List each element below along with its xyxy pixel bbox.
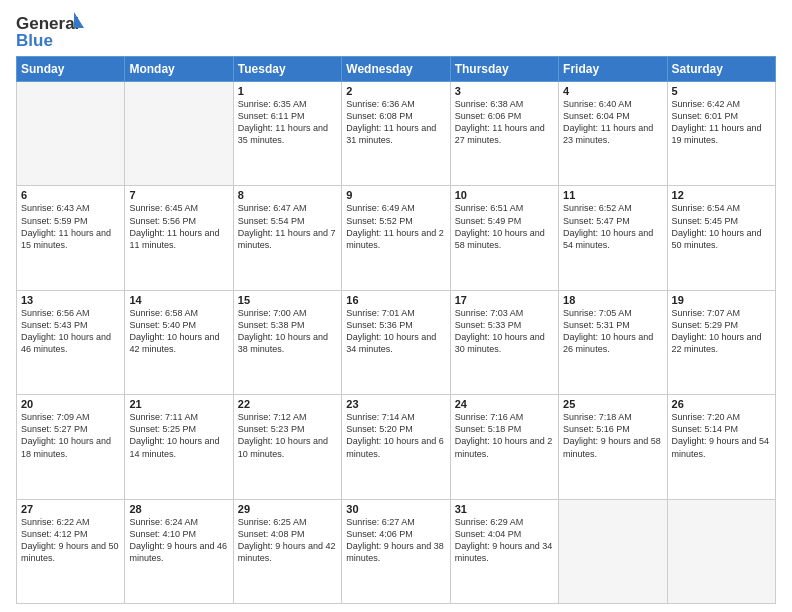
day-info: Sunrise: 6:58 AM Sunset: 5:40 PM Dayligh… [129, 307, 228, 356]
svg-text:Blue: Blue [16, 31, 53, 50]
cal-cell: 4Sunrise: 6:40 AM Sunset: 6:04 PM Daylig… [559, 82, 667, 186]
day-number: 2 [346, 85, 445, 97]
cal-cell: 18Sunrise: 7:05 AM Sunset: 5:31 PM Dayli… [559, 290, 667, 394]
day-info: Sunrise: 6:38 AM Sunset: 6:06 PM Dayligh… [455, 98, 554, 147]
cal-cell: 11Sunrise: 6:52 AM Sunset: 5:47 PM Dayli… [559, 186, 667, 290]
day-info: Sunrise: 6:56 AM Sunset: 5:43 PM Dayligh… [21, 307, 120, 356]
week-row-2: 6Sunrise: 6:43 AM Sunset: 5:59 PM Daylig… [17, 186, 776, 290]
day-number: 5 [672, 85, 771, 97]
cal-cell: 6Sunrise: 6:43 AM Sunset: 5:59 PM Daylig… [17, 186, 125, 290]
cal-cell: 10Sunrise: 6:51 AM Sunset: 5:49 PM Dayli… [450, 186, 558, 290]
day-info: Sunrise: 7:03 AM Sunset: 5:33 PM Dayligh… [455, 307, 554, 356]
day-number: 20 [21, 398, 120, 410]
day-number: 14 [129, 294, 228, 306]
cal-cell: 25Sunrise: 7:18 AM Sunset: 5:16 PM Dayli… [559, 395, 667, 499]
day-info: Sunrise: 6:29 AM Sunset: 4:04 PM Dayligh… [455, 516, 554, 565]
cal-cell: 7Sunrise: 6:45 AM Sunset: 5:56 PM Daylig… [125, 186, 233, 290]
day-number: 24 [455, 398, 554, 410]
cal-cell: 19Sunrise: 7:07 AM Sunset: 5:29 PM Dayli… [667, 290, 775, 394]
page-header: GeneralBlue [16, 12, 776, 50]
day-info: Sunrise: 7:18 AM Sunset: 5:16 PM Dayligh… [563, 411, 662, 460]
day-number: 15 [238, 294, 337, 306]
cal-cell: 9Sunrise: 6:49 AM Sunset: 5:52 PM Daylig… [342, 186, 450, 290]
day-info: Sunrise: 7:09 AM Sunset: 5:27 PM Dayligh… [21, 411, 120, 460]
day-info: Sunrise: 6:36 AM Sunset: 6:08 PM Dayligh… [346, 98, 445, 147]
cal-cell: 17Sunrise: 7:03 AM Sunset: 5:33 PM Dayli… [450, 290, 558, 394]
day-info: Sunrise: 6:24 AM Sunset: 4:10 PM Dayligh… [129, 516, 228, 565]
day-number: 28 [129, 503, 228, 515]
cal-cell: 15Sunrise: 7:00 AM Sunset: 5:38 PM Dayli… [233, 290, 341, 394]
day-number: 12 [672, 189, 771, 201]
cal-cell: 30Sunrise: 6:27 AM Sunset: 4:06 PM Dayli… [342, 499, 450, 603]
day-info: Sunrise: 7:01 AM Sunset: 5:36 PM Dayligh… [346, 307, 445, 356]
day-info: Sunrise: 6:22 AM Sunset: 4:12 PM Dayligh… [21, 516, 120, 565]
week-row-4: 20Sunrise: 7:09 AM Sunset: 5:27 PM Dayli… [17, 395, 776, 499]
col-header-monday: Monday [125, 57, 233, 82]
day-number: 23 [346, 398, 445, 410]
col-header-sunday: Sunday [17, 57, 125, 82]
cal-cell: 29Sunrise: 6:25 AM Sunset: 4:08 PM Dayli… [233, 499, 341, 603]
cal-cell: 12Sunrise: 6:54 AM Sunset: 5:45 PM Dayli… [667, 186, 775, 290]
day-info: Sunrise: 7:11 AM Sunset: 5:25 PM Dayligh… [129, 411, 228, 460]
week-row-5: 27Sunrise: 6:22 AM Sunset: 4:12 PM Dayli… [17, 499, 776, 603]
col-header-thursday: Thursday [450, 57, 558, 82]
day-number: 17 [455, 294, 554, 306]
day-number: 6 [21, 189, 120, 201]
cal-cell: 28Sunrise: 6:24 AM Sunset: 4:10 PM Dayli… [125, 499, 233, 603]
day-info: Sunrise: 7:12 AM Sunset: 5:23 PM Dayligh… [238, 411, 337, 460]
day-number: 9 [346, 189, 445, 201]
day-info: Sunrise: 6:43 AM Sunset: 5:59 PM Dayligh… [21, 202, 120, 251]
calendar-table: SundayMondayTuesdayWednesdayThursdayFrid… [16, 56, 776, 604]
cal-cell: 27Sunrise: 6:22 AM Sunset: 4:12 PM Dayli… [17, 499, 125, 603]
day-number: 19 [672, 294, 771, 306]
day-number: 25 [563, 398, 662, 410]
day-info: Sunrise: 7:16 AM Sunset: 5:18 PM Dayligh… [455, 411, 554, 460]
logo: GeneralBlue [16, 12, 86, 50]
cal-cell: 24Sunrise: 7:16 AM Sunset: 5:18 PM Dayli… [450, 395, 558, 499]
cal-cell: 2Sunrise: 6:36 AM Sunset: 6:08 PM Daylig… [342, 82, 450, 186]
cal-cell: 20Sunrise: 7:09 AM Sunset: 5:27 PM Dayli… [17, 395, 125, 499]
cal-cell: 1Sunrise: 6:35 AM Sunset: 6:11 PM Daylig… [233, 82, 341, 186]
day-info: Sunrise: 6:27 AM Sunset: 4:06 PM Dayligh… [346, 516, 445, 565]
cal-cell [17, 82, 125, 186]
day-info: Sunrise: 7:07 AM Sunset: 5:29 PM Dayligh… [672, 307, 771, 356]
logo-svg: GeneralBlue [16, 12, 86, 50]
day-info: Sunrise: 6:54 AM Sunset: 5:45 PM Dayligh… [672, 202, 771, 251]
day-number: 11 [563, 189, 662, 201]
calendar-header-row: SundayMondayTuesdayWednesdayThursdayFrid… [17, 57, 776, 82]
cal-cell [667, 499, 775, 603]
cal-cell [125, 82, 233, 186]
col-header-saturday: Saturday [667, 57, 775, 82]
day-number: 22 [238, 398, 337, 410]
day-info: Sunrise: 6:47 AM Sunset: 5:54 PM Dayligh… [238, 202, 337, 251]
day-number: 18 [563, 294, 662, 306]
day-number: 7 [129, 189, 228, 201]
cal-cell: 5Sunrise: 6:42 AM Sunset: 6:01 PM Daylig… [667, 82, 775, 186]
cal-cell [559, 499, 667, 603]
cal-cell: 23Sunrise: 7:14 AM Sunset: 5:20 PM Dayli… [342, 395, 450, 499]
day-number: 16 [346, 294, 445, 306]
day-info: Sunrise: 6:52 AM Sunset: 5:47 PM Dayligh… [563, 202, 662, 251]
week-row-1: 1Sunrise: 6:35 AM Sunset: 6:11 PM Daylig… [17, 82, 776, 186]
day-info: Sunrise: 7:20 AM Sunset: 5:14 PM Dayligh… [672, 411, 771, 460]
day-info: Sunrise: 6:49 AM Sunset: 5:52 PM Dayligh… [346, 202, 445, 251]
day-number: 21 [129, 398, 228, 410]
cal-cell: 21Sunrise: 7:11 AM Sunset: 5:25 PM Dayli… [125, 395, 233, 499]
cal-cell: 3Sunrise: 6:38 AM Sunset: 6:06 PM Daylig… [450, 82, 558, 186]
cal-cell: 16Sunrise: 7:01 AM Sunset: 5:36 PM Dayli… [342, 290, 450, 394]
day-number: 26 [672, 398, 771, 410]
day-info: Sunrise: 6:25 AM Sunset: 4:08 PM Dayligh… [238, 516, 337, 565]
day-info: Sunrise: 7:14 AM Sunset: 5:20 PM Dayligh… [346, 411, 445, 460]
day-number: 29 [238, 503, 337, 515]
day-number: 13 [21, 294, 120, 306]
day-number: 10 [455, 189, 554, 201]
day-number: 27 [21, 503, 120, 515]
cal-cell: 14Sunrise: 6:58 AM Sunset: 5:40 PM Dayli… [125, 290, 233, 394]
cal-cell: 13Sunrise: 6:56 AM Sunset: 5:43 PM Dayli… [17, 290, 125, 394]
col-header-tuesday: Tuesday [233, 57, 341, 82]
cal-cell: 31Sunrise: 6:29 AM Sunset: 4:04 PM Dayli… [450, 499, 558, 603]
day-info: Sunrise: 7:00 AM Sunset: 5:38 PM Dayligh… [238, 307, 337, 356]
day-info: Sunrise: 6:40 AM Sunset: 6:04 PM Dayligh… [563, 98, 662, 147]
cal-cell: 26Sunrise: 7:20 AM Sunset: 5:14 PM Dayli… [667, 395, 775, 499]
day-number: 1 [238, 85, 337, 97]
